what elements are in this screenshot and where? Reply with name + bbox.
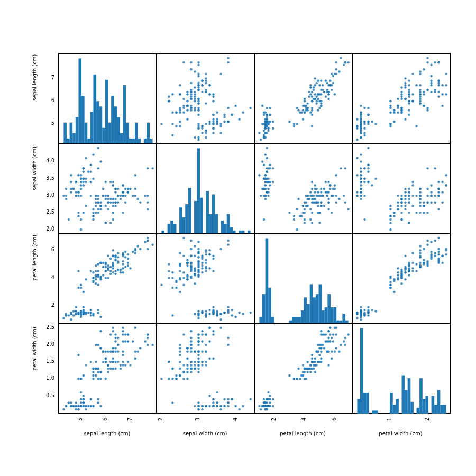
svg-point-742 [302, 205, 304, 207]
svg-point-1216 [179, 270, 181, 272]
svg-point-127 [194, 96, 196, 98]
svg-point-1556 [117, 351, 119, 353]
svg-point-168 [197, 100, 199, 102]
svg-point-694 [266, 191, 268, 193]
svg-point-1399 [445, 248, 447, 250]
svg-point-1611 [223, 398, 225, 400]
svg-point-210 [267, 127, 269, 130]
svg-point-706 [267, 167, 269, 169]
svg-point-1439 [419, 262, 421, 264]
svg-point-1516 [124, 364, 126, 366]
svg-point-824 [360, 160, 362, 162]
svg-point-1698 [179, 351, 181, 353]
svg-point-467 [419, 91, 421, 93]
svg-point-196 [263, 114, 265, 116]
svg-point-442 [430, 82, 432, 84]
svg-point-145 [205, 91, 207, 93]
svg-point-493 [62, 195, 65, 197]
svg-point-1201 [197, 269, 199, 271]
svg-point-1221 [186, 259, 188, 261]
svg-point-1807 [305, 378, 307, 380]
svg-point-1887 [322, 344, 324, 346]
svg-point-682 [258, 174, 260, 176]
svg-point-699 [266, 181, 268, 183]
xtick: 2 [270, 418, 276, 421]
svg-point-550 [102, 188, 104, 190]
svg-rect-1910 [417, 408, 420, 414]
svg-point-1857 [344, 337, 346, 339]
svg-point-1006 [83, 310, 85, 312]
svg-point-33 [201, 132, 203, 134]
svg-point-45 [249, 107, 251, 109]
svg-point-1662 [179, 361, 181, 363]
svg-point-1673 [186, 357, 188, 359]
svg-point-1838 [288, 374, 290, 377]
svg-point-1166 [208, 267, 210, 269]
svg-point-892 [397, 205, 399, 207]
svg-point-1420 [423, 248, 425, 250]
svg-point-1562 [147, 344, 149, 346]
svg-point-388 [400, 86, 402, 88]
svg-point-1007 [70, 313, 72, 315]
svg-rect-7 [85, 123, 88, 144]
svg-point-88 [194, 86, 196, 88]
svg-point-1454 [99, 405, 102, 407]
svg-point-1574 [107, 364, 109, 366]
svg-point-745 [311, 181, 313, 183]
svg-point-886 [404, 202, 406, 204]
svg-point-586 [77, 212, 79, 214]
svg-point-675 [266, 147, 268, 149]
svg-point-128 [179, 121, 181, 123]
svg-point-451 [426, 109, 428, 111]
svg-point-1530 [92, 371, 94, 373]
svg-point-1191 [175, 281, 177, 283]
svg-rect-1902 [393, 405, 396, 414]
svg-point-244 [297, 109, 299, 111]
svg-rect-1919 [443, 405, 446, 414]
svg-point-942 [434, 202, 436, 204]
svg-point-1011 [114, 270, 116, 272]
svg-point-298 [347, 61, 349, 63]
svg-point-143 [179, 107, 181, 109]
svg-point-397 [389, 105, 391, 107]
svg-rect-1281 [322, 310, 325, 324]
svg-point-497 [83, 177, 85, 179]
svg-point-1236 [190, 266, 192, 268]
svg-point-561 [92, 215, 94, 217]
svg-point-832 [360, 174, 362, 176]
svg-rect-9 [90, 112, 94, 144]
svg-point-481 [77, 195, 79, 197]
svg-point-751 [313, 195, 315, 197]
svg-point-401 [400, 98, 402, 100]
svg-point-1846 [311, 354, 313, 356]
svg-point-946 [441, 181, 443, 183]
svg-point-1736 [179, 347, 181, 349]
svg-point-1684 [186, 368, 188, 370]
svg-point-927 [434, 167, 436, 169]
svg-point-140 [205, 89, 207, 91]
svg-point-466 [441, 93, 443, 95]
svg-point-51 [223, 121, 225, 123]
svg-point-959 [419, 195, 421, 197]
svg-point-1014 [117, 269, 119, 271]
svg-point-1499 [85, 364, 87, 366]
svg-point-282 [332, 75, 334, 77]
svg-point-455 [419, 73, 421, 75]
svg-point-1576 [112, 330, 114, 332]
svg-rect-1891 [360, 328, 363, 414]
svg-point-327 [322, 89, 324, 91]
svg-point-69 [212, 121, 214, 123]
svg-point-494 [99, 160, 102, 162]
svg-point-1540 [112, 327, 114, 329]
svg-point-1737 [197, 344, 199, 346]
svg-point-1126 [231, 314, 233, 316]
svg-rect-1285 [334, 307, 337, 324]
svg-point-1753 [260, 408, 262, 410]
svg-point-668 [264, 198, 267, 200]
svg-point-1025 [122, 271, 124, 273]
svg-point-1727 [201, 351, 203, 353]
svg-rect-642 [197, 149, 200, 234]
svg-point-1580 [122, 330, 124, 332]
svg-point-61 [212, 114, 214, 116]
svg-point-575 [97, 195, 99, 197]
